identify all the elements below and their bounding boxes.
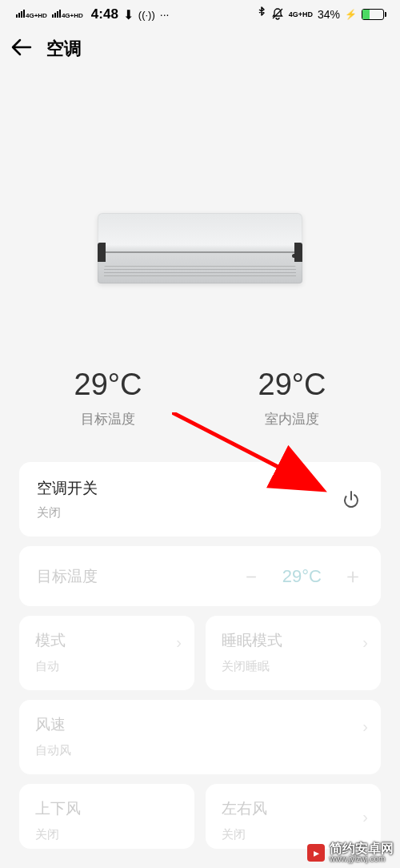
hotspot-icon: ((·)) xyxy=(138,9,155,21)
sleep-title: 睡眠模式 xyxy=(222,630,365,651)
net-label: 4G+HD xyxy=(289,10,313,18)
ac-device-image xyxy=(98,213,302,283)
sleep-sub: 关闭睡眠 xyxy=(222,659,365,674)
signal-1: 4G+HD xyxy=(16,10,47,19)
temperature-display: 29°C 目标温度 29°C 室内温度 xyxy=(0,368,400,428)
watermark-logo-icon: ▸ xyxy=(307,844,325,862)
power-card[interactable]: 空调开关 关闭 xyxy=(19,462,381,536)
status-bar: 4G+HD 4G+HD 4:48 ⬇ ((·)) ··· 4G+HD 34% ⚡ xyxy=(0,0,400,29)
dnd-icon xyxy=(271,7,284,22)
chevron-right-icon: › xyxy=(362,633,368,652)
charging-icon: ⚡ xyxy=(345,9,357,20)
updown-sub: 关闭 xyxy=(35,827,178,842)
temp-plus-button[interactable]: ＋ xyxy=(342,562,363,590)
chevron-right-icon: › xyxy=(362,808,368,826)
sleep-mode-card[interactable]: 睡眠模式 关闭睡眠 › xyxy=(206,616,381,690)
temp-stepper: － 29°C ＋ xyxy=(241,562,363,590)
status-right: 4G+HD 34% ⚡ xyxy=(257,6,384,22)
target-temp-label: 目标温度 xyxy=(74,410,142,428)
power-button[interactable] xyxy=(339,488,363,512)
indoor-temp-value: 29°C xyxy=(258,368,326,402)
leftright-title: 左右风 xyxy=(222,798,365,819)
power-title: 空调开关 xyxy=(37,478,98,499)
leftright-wind-card[interactable]: 左右风 关闭 › xyxy=(206,784,381,849)
power-status: 关闭 xyxy=(37,505,98,520)
watermark-url: www.jylzwj.com xyxy=(330,855,394,863)
target-temp-card-label: 目标温度 xyxy=(37,566,98,587)
leftright-sub: 关闭 xyxy=(222,827,365,842)
power-icon xyxy=(341,489,362,510)
updown-title: 上下风 xyxy=(35,798,178,819)
chevron-right-icon: › xyxy=(362,717,368,736)
mode-card[interactable]: 模式 自动 › xyxy=(19,616,194,690)
battery-icon xyxy=(362,9,384,20)
target-temp-card: 目标温度 － 29°C ＋ xyxy=(19,546,381,606)
updown-wind-card[interactable]: 上下风 关闭 xyxy=(19,784,194,849)
download-icon: ⬇ xyxy=(123,7,134,22)
target-temp-value: 29°C xyxy=(74,368,142,402)
app-header: 空调 xyxy=(0,29,400,69)
watermark: ▸ 简约安卓网 www.jylzwj.com xyxy=(307,842,394,863)
temp-stepper-value: 29°C xyxy=(282,566,322,587)
wind-sub: 自动风 xyxy=(35,743,365,758)
watermark-text: 简约安卓网 xyxy=(330,842,394,855)
clock: 4:48 xyxy=(91,6,118,22)
mode-sub: 自动 xyxy=(35,659,178,674)
battery-pct: 34% xyxy=(318,8,340,21)
temp-minus-button[interactable]: － xyxy=(241,562,262,590)
status-left: 4G+HD 4G+HD 4:48 ⬇ ((·)) ··· xyxy=(16,6,169,22)
signal-2: 4G+HD xyxy=(52,10,83,19)
more-icon: ··· xyxy=(160,8,170,21)
back-button[interactable] xyxy=(11,37,32,62)
indoor-temp-label: 室内温度 xyxy=(258,410,326,428)
page-title: 空调 xyxy=(46,37,82,61)
bluetooth-icon xyxy=(257,6,266,22)
indoor-temp-block: 29°C 室内温度 xyxy=(258,368,326,428)
wind-title: 风速 xyxy=(35,714,365,735)
chevron-right-icon: › xyxy=(176,633,182,652)
wind-speed-card[interactable]: 风速 自动风 › xyxy=(19,700,381,774)
mode-title: 模式 xyxy=(35,630,178,651)
target-temp-block: 29°C 目标温度 xyxy=(74,368,142,428)
